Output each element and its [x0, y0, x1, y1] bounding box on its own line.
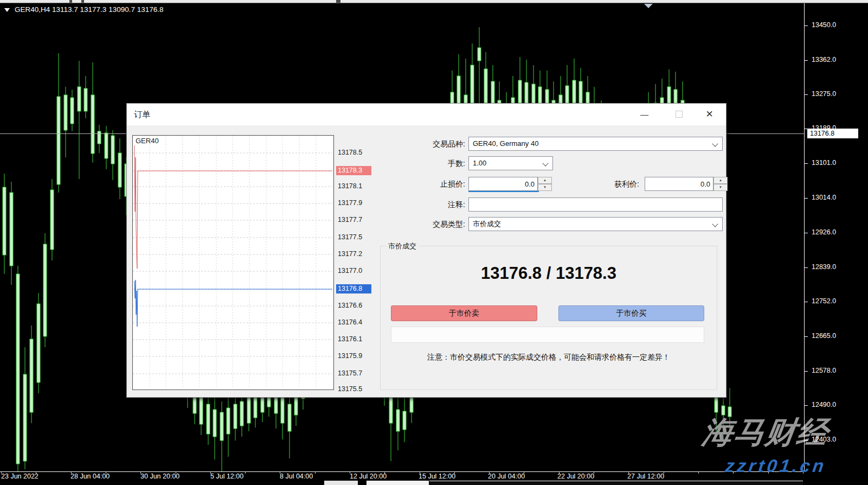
order-dialog: 订单 — ✕ GER40 13178.513178.313178.113177.…	[126, 103, 726, 398]
time-axis-tick	[489, 471, 490, 474]
price-axis-label: 13275.0	[812, 90, 836, 98]
buy-by-market-button[interactable]: 于市价买	[558, 305, 704, 321]
stoploss-spinner[interactable]: ▲ ▼	[538, 177, 552, 191]
symbol-label: 交易品种:	[395, 137, 465, 151]
volume-label: 手数:	[395, 156, 465, 170]
candle-body	[525, 82, 528, 106]
candle-body	[478, 48, 481, 61]
price-axis-tick	[804, 302, 808, 302]
price-axis-tick	[804, 371, 808, 372]
time-axis-label: 15 Jul 12:00	[419, 473, 455, 480]
symbol-combobox[interactable]: GER40, Germany 40	[468, 137, 723, 151]
ask-line	[134, 145, 332, 269]
minimize-button[interactable]: —	[632, 104, 657, 125]
candle-body	[396, 410, 400, 431]
tick-price-label: 13176.1	[336, 335, 371, 344]
close-button[interactable]: ✕	[697, 104, 722, 125]
candle-body	[91, 95, 94, 154]
price-axis-label: 13362.0	[812, 56, 836, 63]
focus-underline	[468, 191, 539, 192]
candle-body	[16, 274, 20, 464]
price-axis-label: 12752.0	[812, 297, 836, 305]
time-axis-tick	[210, 471, 211, 474]
candle-body	[105, 133, 108, 158]
spin-down-icon[interactable]: ▼	[538, 184, 552, 191]
mt-terminal-screen: GER40,H4 13113.7 13177.3 13090.7 13176.8…	[0, 0, 868, 485]
market-execution-group: 市价成交 13176.8 / 13178.3 于市价卖 于市价买 注意：市价交易…	[380, 246, 717, 390]
candle-body	[3, 187, 6, 255]
dialog-titlebar[interactable]: 订单 — ✕	[127, 104, 726, 125]
spin-down-icon[interactable]: ▼	[713, 184, 728, 191]
watermark-url: zzrt01.cn	[724, 456, 828, 476]
execution-note: 注意：市价交易模式下的实际成交价格，可能会和请求价格有一定差异！	[381, 353, 717, 362]
volume-combobox[interactable]: 1.00	[468, 156, 553, 170]
time-axis-tick	[594, 471, 594, 474]
tabbar-edge-strip	[0, 480, 868, 485]
time-axis-label: 20 Jul 04:00	[488, 473, 525, 480]
candle-body	[247, 396, 250, 423]
time-axis-label: 23 Jun 2022	[1, 473, 38, 480]
time-axis-tick	[71, 471, 72, 474]
chevron-down-icon[interactable]	[712, 141, 718, 146]
tick-chart-symbol: GER40	[136, 137, 159, 145]
price-axis-label: 13450.0	[812, 21, 836, 29]
comment-label: 注释:	[395, 197, 465, 212]
price-axis-tick	[804, 336, 808, 337]
takeprofit-input[interactable]	[645, 177, 713, 191]
price-axis-label: 13014.0	[812, 194, 836, 201]
time-axis-tick	[559, 471, 560, 474]
tick-chart-canvas	[133, 136, 332, 388]
chevron-down-icon[interactable]	[542, 160, 548, 166]
stoploss-input[interactable]	[468, 177, 538, 191]
order-type-combobox[interactable]: 市价成交	[468, 217, 723, 231]
tick-chart-panel: GER40 13178.513178.313178.113177.913177.…	[132, 135, 371, 391]
candle-body	[118, 153, 121, 187]
price-axis-tick	[804, 267, 808, 268]
time-axis-tick	[454, 471, 455, 474]
time-axis-label: 30 Jun 20:00	[140, 473, 179, 480]
price-axis-tick	[804, 25, 808, 26]
comment-input[interactable]	[468, 197, 723, 212]
candle-body	[84, 88, 87, 111]
time-axis-tick	[664, 471, 664, 474]
time-axis-label: 5 Jul 12:00	[210, 473, 243, 480]
candle-body	[78, 87, 81, 111]
candle-body	[240, 401, 243, 426]
takeprofit-spinner[interactable]: ▲ ▼	[713, 177, 728, 191]
volume-value: 1.00	[473, 159, 486, 167]
tick-chart-plot: GER40	[132, 135, 334, 390]
time-axis-tick	[36, 471, 36, 474]
toolbar-separator	[336, 0, 340, 3]
tick-price-label: 13177.9	[336, 199, 371, 208]
tick-price-label: 13177.5	[336, 233, 371, 242]
time-axis-tick	[524, 471, 524, 474]
symbol-dropdown-arrow-icon[interactable]	[4, 8, 10, 12]
price-axis-tick	[804, 198, 808, 199]
spin-up-icon[interactable]: ▲	[713, 177, 728, 184]
chevron-down-icon[interactable]	[712, 221, 718, 227]
sell-by-market-button[interactable]: 于市价卖	[391, 305, 537, 321]
group-legend: 市价成交	[386, 241, 419, 251]
chart-shift-marker-icon[interactable]	[644, 4, 653, 8]
candle-body	[234, 404, 237, 429]
tick-price-label: 13178.5	[336, 148, 371, 157]
tick-price-ask: 13178.3	[336, 166, 371, 175]
price-axis-label: 12926.0	[812, 228, 836, 236]
candle-body	[484, 69, 487, 103]
chart-ohlc-header: GER40,H4 13113.7 13177.3 13090.7 13176.8	[4, 5, 163, 14]
time-axis-tick	[140, 471, 141, 474]
candle-body	[220, 412, 223, 441]
candle-body	[207, 404, 210, 434]
price-axis-tick	[804, 233, 808, 233]
time-axis-label: 28 Jun 04:00	[70, 473, 110, 480]
price-axis-label: 12490.0	[812, 401, 836, 409]
spin-up-icon[interactable]: ▲	[538, 177, 552, 184]
time-axis-label: 22 Jul 20:00	[557, 473, 594, 480]
time-axis-tick	[176, 471, 176, 474]
price-axis-label: 12403.0	[812, 436, 836, 443]
candle-body	[10, 193, 13, 266]
time-axis-tick	[1, 471, 2, 474]
candle-body	[288, 404, 291, 431]
maximize-button	[667, 104, 691, 125]
tick-price-bid: 13176.8	[336, 284, 371, 293]
